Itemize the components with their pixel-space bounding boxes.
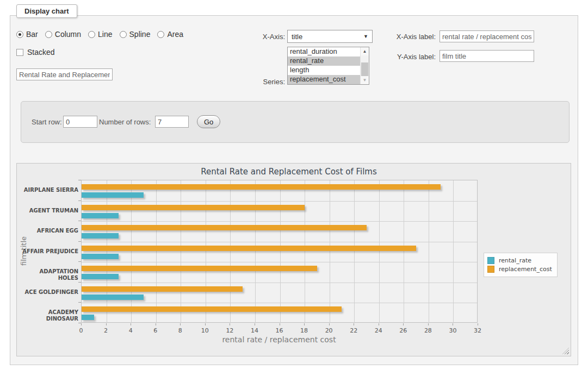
scroll-down-icon[interactable]: ▼ (361, 76, 369, 84)
category-label: AIRPLANE SIERRA (17, 187, 78, 193)
y-axis-label-input[interactable] (440, 50, 534, 62)
scroll-up-icon[interactable]: ▲ (361, 47, 369, 55)
x-axis-select[interactable]: title ▼ (287, 30, 373, 43)
go-button[interactable]: Go (197, 115, 220, 128)
gridline (131, 180, 132, 322)
gridline (453, 180, 454, 322)
axis-tick (255, 323, 255, 325)
start-row-input[interactable] (63, 116, 97, 128)
dropdown-arrow-icon: ▼ (363, 34, 368, 39)
series-option-rental_duration[interactable]: rental_duration (288, 47, 360, 57)
axis-tick (78, 302, 81, 303)
x-tick-label: 10 (201, 327, 209, 334)
radio-icon[interactable] (157, 31, 164, 38)
x-tick-label: 0 (79, 327, 83, 334)
series-listbox[interactable]: rental_durationrental_ratelengthreplacem… (287, 47, 369, 85)
series-option-length[interactable]: length (288, 66, 360, 75)
y-axis-label-caption: Y-Axis label: (381, 53, 436, 61)
gridline (330, 180, 330, 322)
bar-rental-rate-1 (82, 213, 119, 218)
x-tick-label: 30 (449, 327, 456, 334)
bar-replacement-cost-4 (82, 266, 317, 271)
series-scrollbar[interactable]: ▲ ▼ (360, 47, 369, 84)
radio-option-bar[interactable]: Bar (16, 30, 38, 39)
axis-tick (78, 221, 81, 221)
radio-icon[interactable] (45, 31, 52, 38)
bar-rental-rate-5 (82, 294, 144, 300)
axis-tick (304, 323, 305, 325)
bar-replacement-cost-3 (82, 246, 416, 251)
stacked-checkbox[interactable] (16, 49, 23, 56)
x-tick-label: 24 (375, 327, 382, 334)
radio-option-label: Area (167, 30, 183, 39)
radio-option-label: Column (55, 30, 81, 39)
bar-rental-rate-3 (82, 254, 119, 259)
series-option-replacement_cost[interactable]: replacement_cost (288, 75, 360, 84)
bar-replacement-cost-6 (82, 306, 342, 312)
radio-icon[interactable] (16, 31, 23, 38)
radio-option-column[interactable]: Column (45, 30, 81, 39)
axis-tick (81, 323, 82, 325)
x-axis-label: X-Axis: (239, 33, 285, 41)
legend-label: rental_rate (499, 257, 531, 264)
chart-container: Rental Rate and Replacement Cost of Film… (16, 163, 571, 356)
fieldset-legend: Display chart (16, 4, 77, 18)
category-label: ADAPTATION HOLES (17, 268, 78, 275)
gridline (379, 180, 380, 322)
gridline (82, 221, 477, 222)
x-tick-label: 12 (226, 327, 233, 334)
radio-option-line[interactable]: Line (88, 30, 112, 39)
bar-replacement-cost-2 (82, 225, 367, 230)
radio-icon[interactable] (120, 31, 127, 38)
axis-tick (329, 323, 330, 325)
bar-replacement-cost-1 (82, 205, 305, 210)
axis-tick (78, 200, 81, 201)
category-label: AFFAIR PREJUDICE (17, 248, 78, 255)
chart-type-radios: BarColumnLineSplineArea (16, 30, 190, 39)
x-tick-label: 4 (129, 327, 133, 334)
bar-rental-rate-6 (82, 315, 94, 320)
x-axis-label-input[interactable] (440, 30, 534, 42)
chart-title-input[interactable] (16, 68, 113, 80)
bar-rental-rate-0 (82, 192, 144, 198)
axis-tick (428, 323, 429, 325)
x-tick-label: 18 (300, 327, 308, 334)
x-tick-label: 6 (153, 327, 157, 334)
radio-option-area[interactable]: Area (157, 30, 183, 39)
radio-option-label: Line (98, 30, 112, 39)
axis-tick (106, 323, 107, 325)
gridline (156, 180, 157, 322)
scrollbar-thumb[interactable] (361, 62, 368, 76)
gridline (82, 242, 477, 242)
radio-option-label: Spline (129, 30, 151, 39)
axis-tick (354, 323, 354, 325)
x-tick-label: 20 (325, 327, 333, 334)
stacked-label: Stacked (27, 48, 55, 57)
legend-entry: replacement_cost (487, 266, 552, 273)
x-tick-label: 26 (399, 327, 407, 334)
gridline (404, 180, 404, 322)
axis-tick (205, 323, 206, 325)
x-axis-label-caption: X-Axis label: (381, 33, 436, 41)
axis-tick (78, 180, 81, 180)
num-rows-input[interactable] (155, 116, 189, 128)
category-label: ACE GOLDFINGER (17, 289, 78, 296)
radio-option-spline[interactable]: Spline (120, 30, 151, 39)
x-axis-selected-value: title (292, 33, 302, 41)
axis-tick (156, 323, 156, 325)
x-tick-label: 22 (350, 327, 357, 334)
axis-tick (379, 323, 379, 325)
gridline (181, 180, 181, 322)
axis-tick (478, 323, 478, 325)
axis-tick (78, 282, 81, 283)
series-option-rental_rate[interactable]: rental_rate (288, 57, 360, 66)
bar-replacement-cost-0 (82, 184, 441, 190)
stacked-checkbox-row[interactable]: Stacked (16, 48, 55, 57)
gridline (82, 303, 477, 303)
gridline (305, 180, 305, 322)
gridline (107, 180, 107, 322)
x-tick-label: 32 (474, 327, 481, 334)
resize-handle-icon[interactable] (562, 348, 569, 354)
radio-icon[interactable] (88, 31, 95, 38)
chart-legend: rental_ratereplacement_cost (484, 253, 558, 277)
